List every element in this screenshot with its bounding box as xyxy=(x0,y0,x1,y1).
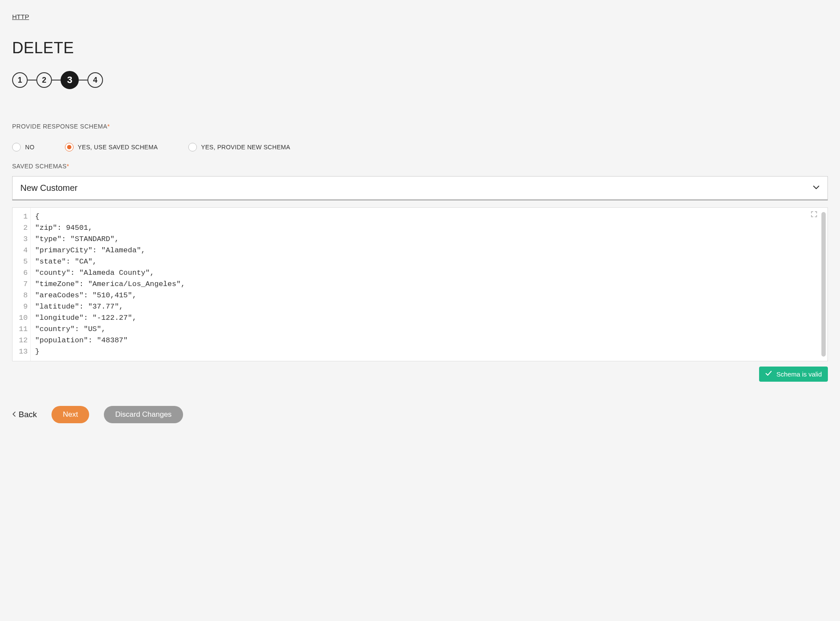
step-connector xyxy=(79,80,87,80)
response-schema-label-text: PROVIDE RESPONSE SCHEMA xyxy=(12,123,107,130)
radio-provide-new-label: YES, PROVIDE NEW SCHEMA xyxy=(201,144,290,151)
check-icon xyxy=(765,370,772,378)
response-schema-radio-group: NO YES, USE SAVED SCHEMA YES, PROVIDE NE… xyxy=(12,143,828,151)
discard-changes-button[interactable]: Discard Changes xyxy=(104,406,183,423)
radio-use-saved[interactable]: YES, USE SAVED SCHEMA xyxy=(65,143,158,151)
breadcrumb-http[interactable]: HTTP xyxy=(12,13,29,20)
code-gutter: 12345678910111213 xyxy=(13,208,31,361)
radio-provide-new[interactable]: YES, PROVIDE NEW SCHEMA xyxy=(188,143,290,151)
radio-no-label: NO xyxy=(25,144,35,151)
chevron-left-icon xyxy=(12,410,16,419)
back-label: Back xyxy=(19,410,37,419)
page-title: DELETE xyxy=(12,39,828,57)
code-content[interactable]: {"zip": 94501,"type": "STANDARD","primar… xyxy=(31,208,827,361)
saved-schemas-label: SAVED SCHEMAS* xyxy=(12,163,828,170)
radio-no[interactable]: NO xyxy=(12,143,35,151)
required-star-icon: * xyxy=(107,123,110,130)
step-1[interactable]: 1 xyxy=(12,72,28,88)
radio-icon xyxy=(65,143,74,151)
next-button[interactable]: Next xyxy=(51,406,89,423)
saved-schemas-label-text: SAVED SCHEMAS xyxy=(12,163,67,170)
scrollbar[interactable] xyxy=(821,212,826,357)
dropdown-selected-value: New Customer xyxy=(20,183,77,193)
response-schema-label: PROVIDE RESPONSE SCHEMA* xyxy=(12,123,828,130)
stepper: 1 2 3 4 xyxy=(12,71,828,89)
saved-schemas-dropdown[interactable]: New Customer xyxy=(12,176,828,200)
schema-valid-badge: Schema is valid xyxy=(759,367,828,382)
back-button[interactable]: Back xyxy=(12,410,37,419)
required-star-icon: * xyxy=(67,163,69,170)
expand-icon[interactable] xyxy=(811,211,817,219)
step-3[interactable]: 3 xyxy=(61,71,79,89)
radio-use-saved-label: YES, USE SAVED SCHEMA xyxy=(78,144,158,151)
validation-row: Schema is valid xyxy=(12,367,828,382)
step-connector xyxy=(52,80,61,80)
schema-code-editor[interactable]: 12345678910111213 {"zip": 94501,"type": … xyxy=(12,207,828,361)
step-2[interactable]: 2 xyxy=(36,72,52,88)
footer-actions: Back Next Discard Changes xyxy=(12,406,828,423)
chevron-down-icon xyxy=(813,184,820,193)
radio-dot-icon xyxy=(67,145,71,149)
radio-icon xyxy=(12,143,21,151)
step-connector xyxy=(28,80,36,80)
validation-message: Schema is valid xyxy=(776,370,822,378)
step-4[interactable]: 4 xyxy=(87,72,103,88)
radio-icon xyxy=(188,143,197,151)
